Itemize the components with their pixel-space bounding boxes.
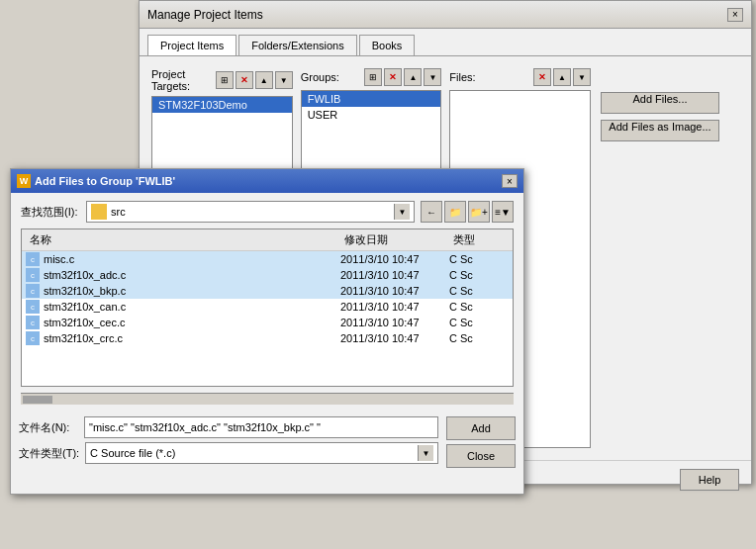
targets-toolbar: ⊞ ✕ xyxy=(216,71,293,89)
dialog-close-button[interactable]: × xyxy=(502,174,518,188)
dialog-action-buttons: Add Close xyxy=(446,416,516,468)
col-date: 修改日期 xyxy=(340,231,449,248)
nav-view-button[interactable]: ≡▼ xyxy=(492,201,514,223)
add-files-dialog: W Add Files to Group 'FWLIB' × 查找范围(I): … xyxy=(10,168,524,495)
add-files-as-image-button[interactable]: Add Files as Image... xyxy=(601,120,719,141)
file-row[interactable]: c misc.c 2011/3/10 10:47 C Sc xyxy=(22,251,513,267)
add-files-button[interactable]: Add Files... xyxy=(601,92,719,114)
groups-label: Groups: xyxy=(301,71,339,83)
files-up-btn[interactable] xyxy=(553,68,571,86)
help-button[interactable]: Help xyxy=(680,469,739,491)
groups-delete-btn[interactable]: ✕ xyxy=(384,68,402,86)
file-list-container: 名称 修改日期 类型 c misc.c 2011/3/10 10:47 C Sc… xyxy=(21,229,514,387)
filename-input[interactable] xyxy=(84,416,438,438)
files-delete-btn[interactable]: ✕ xyxy=(533,68,551,86)
look-in-label: 查找范围(I): xyxy=(21,205,80,220)
file-row[interactable]: c stm32f10x_adc.c 2011/3/10 10:47 C Sc xyxy=(22,267,513,283)
filetype-select[interactable]: C Source file (*.c) ▼ xyxy=(85,442,438,464)
targets-new-btn[interactable]: ⊞ xyxy=(216,71,234,89)
main-close-button[interactable]: × xyxy=(727,8,743,22)
groups-header: Groups: ⊞ ✕ xyxy=(301,68,442,86)
groups-up-btn[interactable] xyxy=(404,68,422,86)
dialog-bottom: 文件名(N): 文件类型(T): C Source file (*.c) ▼ A… xyxy=(11,412,523,472)
nav-buttons: ← 📁 📁+ ≡▼ xyxy=(421,201,514,223)
targets-up-btn[interactable] xyxy=(255,71,273,89)
files-toolbar: ✕ xyxy=(533,68,591,86)
dialog-title-bar: W Add Files to Group 'FWLIB' × xyxy=(11,169,523,193)
tab-bar: Project Items Folders/Extensions Books xyxy=(140,29,751,56)
filetype-label: 文件类型(T): xyxy=(19,446,79,461)
file-row[interactable]: c stm32f10x_bkp.c 2011/3/10 10:47 C Sc xyxy=(22,283,513,299)
file-row[interactable]: c stm32f10x_can.c 2011/3/10 10:47 C Sc xyxy=(22,299,513,315)
file-list-header: 名称 修改日期 类型 xyxy=(22,229,513,251)
file-row[interactable]: c stm32f10x_cec.c 2011/3/10 10:47 C Sc xyxy=(22,315,513,330)
close-button[interactable]: Close xyxy=(446,444,516,468)
filename-row: 文件名(N): xyxy=(19,416,438,438)
files-label: Files: xyxy=(449,71,475,83)
combo-dropdown-arrow[interactable]: ▼ xyxy=(394,204,410,220)
nav-back-button[interactable]: ← xyxy=(421,201,442,223)
groups-new-btn[interactable]: ⊞ xyxy=(364,68,382,86)
look-in-value: src xyxy=(111,206,394,218)
dialog-bottom-left: 文件名(N): 文件类型(T): C Source file (*.c) ▼ xyxy=(19,416,438,468)
targets-header: Project Targets: ⊞ ✕ xyxy=(151,68,293,92)
file-icon: c xyxy=(26,331,40,345)
dialog-title: W Add Files to Group 'FWLIB' xyxy=(17,174,175,188)
col-type: 类型 xyxy=(449,231,509,248)
col-name: 名称 xyxy=(26,231,340,248)
nav-newfolder-button[interactable]: 📁+ xyxy=(468,201,490,223)
dialog-content: 查找范围(I): src ▼ ← 📁 📁+ ≡▼ 名称 修改日期 类型 c xyxy=(11,193,523,412)
look-in-row: 查找范围(I): src ▼ ← 📁 📁+ ≡▼ xyxy=(21,201,514,223)
files-down-btn[interactable] xyxy=(573,68,591,86)
file-icon: c xyxy=(26,252,40,266)
targets-down-btn[interactable] xyxy=(275,71,293,89)
files-header: Files: ✕ xyxy=(449,68,591,86)
file-row[interactable]: c stm32f10x_crc.c 2011/3/10 10:47 C Sc xyxy=(22,330,513,346)
file-icon: c xyxy=(26,300,40,314)
nav-up-button[interactable]: 📁 xyxy=(444,201,466,223)
main-title: Manage Project Items xyxy=(147,8,263,22)
dialog-icon: W xyxy=(17,174,31,188)
list-item[interactable]: STM32F103Demo xyxy=(152,97,292,113)
list-item[interactable]: USER xyxy=(302,107,441,123)
look-in-combo[interactable]: src ▼ xyxy=(86,201,415,223)
targets-delete-btn[interactable]: ✕ xyxy=(236,71,253,89)
file-icon: c xyxy=(26,268,40,282)
filetype-dropdown-arrow[interactable]: ▼ xyxy=(418,445,433,461)
main-title-bar: Manage Project Items × xyxy=(140,1,751,29)
groups-toolbar: ⊞ ✕ xyxy=(364,68,441,86)
tab-books[interactable]: Books xyxy=(359,35,416,55)
file-icon: c xyxy=(26,316,40,329)
file-icon: c xyxy=(26,284,40,298)
horizontal-scrollbar[interactable] xyxy=(21,393,514,405)
tab-project-items[interactable]: Project Items xyxy=(147,35,236,55)
targets-label: Project Targets: xyxy=(151,68,216,92)
list-item[interactable]: FWLIB xyxy=(302,91,441,107)
add-button[interactable]: Add xyxy=(446,416,516,440)
filename-label: 文件名(N): xyxy=(19,420,78,435)
right-panel: Add Files... Add Files as Image... xyxy=(601,68,739,448)
scroll-thumb[interactable] xyxy=(23,396,52,404)
tab-folders-extensions[interactable]: Folders/Extensions xyxy=(238,35,357,55)
groups-down-btn[interactable] xyxy=(424,68,441,86)
filetype-row: 文件类型(T): C Source file (*.c) ▼ xyxy=(19,442,438,464)
folder-icon xyxy=(91,204,107,220)
